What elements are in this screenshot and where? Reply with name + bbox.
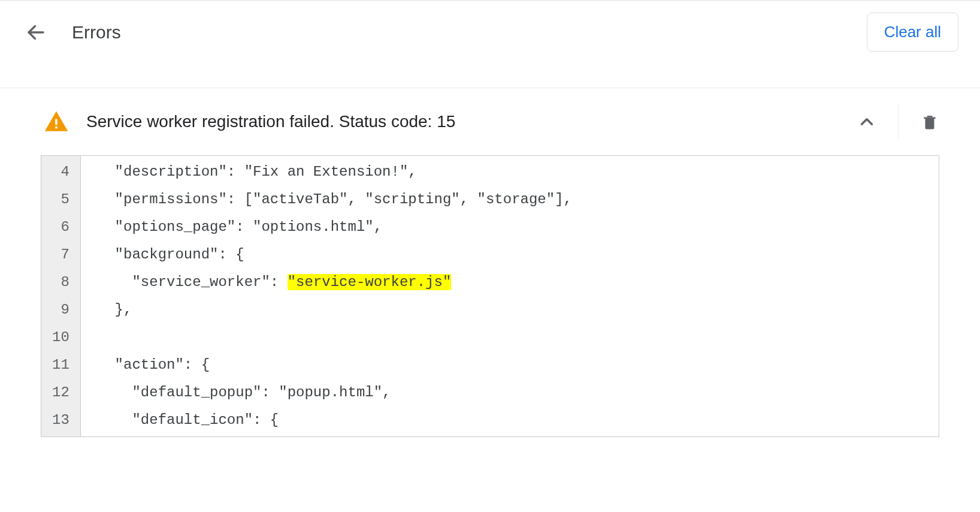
error-list: Service worker registration failed. Stat… [0,88,980,437]
code-gutter: 45678910111213 [41,156,81,436]
code-line: "default_popup": "popup.html", [98,379,939,406]
arrow-left-icon [25,22,47,43]
back-button[interactable] [22,18,50,47]
svg-rect-3 [924,118,936,119]
line-number: 13 [47,406,74,434]
code-line [98,324,939,351]
code-line: "action": { [98,351,939,379]
code-line: "service_worker": "service-worker.js" [98,269,939,296]
line-number: 11 [47,351,74,379]
code-line: }, [98,296,939,324]
line-number: 12 [47,379,74,406]
top-bar: Errors Clear all [0,1,980,64]
chevron-up-icon [857,112,877,132]
error-item-header: Service worker registration failed. Stat… [0,88,980,155]
code-block: 45678910111213 "description": "Fix an Ex… [41,155,939,437]
collapse-button[interactable] [850,105,884,138]
clear-all-button[interactable]: Clear all [867,13,958,52]
code-lines: "description": "Fix an Extension!", "per… [81,156,939,436]
highlighted-code: "service-worker.js" [288,274,452,290]
line-number: 5 [47,186,74,213]
code-line: "options_page": "options.html", [98,213,939,241]
page-title: Errors [72,22,867,43]
code-line: "permissions": ["activeTab", "scripting"… [98,186,939,213]
svg-rect-2 [55,127,58,129]
vertical-divider [898,105,899,138]
code-line: "background": { [98,241,939,269]
warning-icon [43,109,69,135]
errors-page: Errors Clear all Service worker registra… [0,0,980,512]
line-number: 8 [47,269,74,296]
line-number: 10 [47,324,74,351]
code-line: "description": "Fix an Extension!", [98,158,939,186]
line-number: 4 [47,158,74,186]
trash-icon [921,113,939,131]
line-number: 6 [47,213,74,241]
error-message: Service worker registration failed. Stat… [86,112,850,131]
line-number: 7 [47,241,74,269]
svg-rect-1 [55,119,58,125]
line-number: 9 [47,296,74,324]
delete-error-button[interactable] [913,105,946,138]
code-line: "default_icon": { [98,406,939,434]
